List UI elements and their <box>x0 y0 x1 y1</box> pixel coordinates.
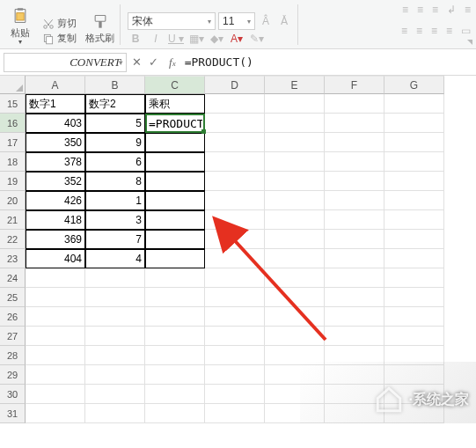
cell-D17[interactable] <box>205 133 265 152</box>
cell-grid[interactable]: 数字1数字2乘积4035=PRODUCT()350937863528426141… <box>26 94 476 423</box>
cell-A22[interactable]: 369 <box>26 230 85 249</box>
cell-C25[interactable] <box>145 288 205 307</box>
cell-D25[interactable] <box>205 288 265 307</box>
cell-C16[interactable]: =PRODUCT() <box>145 114 205 133</box>
cell-F19[interactable] <box>325 172 384 191</box>
row-header-16[interactable]: 16 <box>0 114 26 133</box>
cell-E17[interactable] <box>265 133 325 152</box>
cell-E28[interactable] <box>265 346 325 365</box>
cell-B31[interactable] <box>85 404 145 423</box>
highlight-button[interactable]: ✎▾ <box>249 33 265 45</box>
column-header-G[interactable]: G <box>384 76 444 94</box>
cell-E19[interactable] <box>265 172 325 191</box>
cell-E25[interactable] <box>265 288 325 307</box>
underline-button[interactable]: U ▾ <box>168 33 184 45</box>
cell-E27[interactable] <box>265 327 325 346</box>
row-header-30[interactable]: 30 <box>0 385 26 404</box>
cell-F28[interactable] <box>325 346 384 365</box>
cell-F15[interactable] <box>325 94 384 114</box>
cell-G15[interactable] <box>384 94 444 114</box>
cell-D30[interactable] <box>205 385 265 404</box>
cell-G19[interactable] <box>384 172 444 191</box>
cell-B23[interactable]: 4 <box>85 249 145 268</box>
cell-B27[interactable] <box>85 327 145 346</box>
cell-G25[interactable] <box>384 288 444 307</box>
align-bottom-button[interactable]: ≡ <box>432 4 438 16</box>
cell-D18[interactable] <box>205 152 265 172</box>
cell-A20[interactable]: 426 <box>26 191 85 210</box>
cell-D27[interactable] <box>205 327 265 346</box>
cell-F27[interactable] <box>325 327 384 346</box>
cell-G24[interactable] <box>384 268 444 288</box>
cell-A23[interactable]: 404 <box>26 249 85 268</box>
decrease-indent-button[interactable]: ≡ <box>446 25 452 37</box>
row-header-24[interactable]: 24 <box>0 268 26 288</box>
cell-C31[interactable] <box>145 404 205 423</box>
cell-G20[interactable] <box>384 191 444 210</box>
cell-E16[interactable] <box>265 114 325 133</box>
borders-button[interactable]: ▦▾ <box>188 33 204 45</box>
increase-font-button[interactable]: Â <box>258 15 274 27</box>
cell-G27[interactable] <box>384 327 444 346</box>
row-header-25[interactable]: 25 <box>0 288 26 307</box>
cell-F20[interactable] <box>325 191 384 210</box>
cell-C24[interactable] <box>145 268 205 288</box>
cell-B18[interactable]: 6 <box>85 152 145 172</box>
select-all-triangle[interactable] <box>0 76 26 94</box>
cell-B16[interactable]: 5 <box>85 114 145 133</box>
cell-F16[interactable] <box>325 114 384 133</box>
cell-E22[interactable] <box>265 230 325 249</box>
column-header-D[interactable]: D <box>205 76 265 94</box>
cell-B24[interactable] <box>85 268 145 288</box>
row-header-15[interactable]: 15 <box>0 94 26 114</box>
cell-C15[interactable]: 乘积 <box>145 94 205 114</box>
cell-D19[interactable] <box>205 172 265 191</box>
cell-A19[interactable]: 352 <box>26 172 85 191</box>
cell-G16[interactable] <box>384 114 444 133</box>
cell-D24[interactable] <box>205 268 265 288</box>
cell-C17[interactable] <box>145 133 205 152</box>
cell-D15[interactable] <box>205 94 265 114</box>
cell-D22[interactable] <box>205 230 265 249</box>
format-painter-button[interactable]: 格式刷 <box>85 13 114 45</box>
wrap-text-button[interactable]: ↲ <box>447 4 456 16</box>
cell-E21[interactable] <box>265 210 325 230</box>
bold-button[interactable]: B <box>128 33 143 45</box>
cell-D20[interactable] <box>205 191 265 210</box>
cell-G21[interactable] <box>384 210 444 230</box>
cell-C26[interactable] <box>145 307 205 327</box>
cell-E18[interactable] <box>265 152 325 172</box>
cell-C18[interactable] <box>145 152 205 172</box>
cell-D28[interactable] <box>205 346 265 365</box>
cell-G18[interactable] <box>384 152 444 172</box>
cell-C22[interactable] <box>145 230 205 249</box>
cancel-formula-button[interactable]: ✕ <box>132 55 142 69</box>
cell-D16[interactable] <box>205 114 265 133</box>
dialog-launcher-icon[interactable] <box>467 40 472 45</box>
row-header-20[interactable]: 20 <box>0 191 26 210</box>
cell-E31[interactable] <box>265 404 325 423</box>
cell-G23[interactable] <box>384 249 444 268</box>
cell-G17[interactable] <box>384 133 444 152</box>
orientation-button[interactable]: ≡ <box>465 4 471 16</box>
align-center-button[interactable]: ≡ <box>416 25 422 37</box>
cell-F23[interactable] <box>325 249 384 268</box>
decrease-font-button[interactable]: Ǎ <box>276 15 292 27</box>
paste-button[interactable]: 粘贴 ▾ <box>11 6 30 45</box>
font-color-button[interactable]: A▾ <box>229 33 245 45</box>
cell-E23[interactable] <box>265 249 325 268</box>
cell-C20[interactable] <box>145 191 205 210</box>
name-box[interactable]: CONVERT ▾ <box>4 53 127 72</box>
cell-A29[interactable] <box>26 365 85 385</box>
cell-F24[interactable] <box>325 268 384 288</box>
cell-B29[interactable] <box>85 365 145 385</box>
cell-E29[interactable] <box>265 365 325 385</box>
cell-D29[interactable] <box>205 365 265 385</box>
cell-E24[interactable] <box>265 268 325 288</box>
cell-B30[interactable] <box>85 385 145 404</box>
cell-F17[interactable] <box>325 133 384 152</box>
cell-F29[interactable] <box>325 365 384 385</box>
cell-B15[interactable]: 数字2 <box>85 94 145 114</box>
cell-C21[interactable] <box>145 210 205 230</box>
cell-C28[interactable] <box>145 346 205 365</box>
